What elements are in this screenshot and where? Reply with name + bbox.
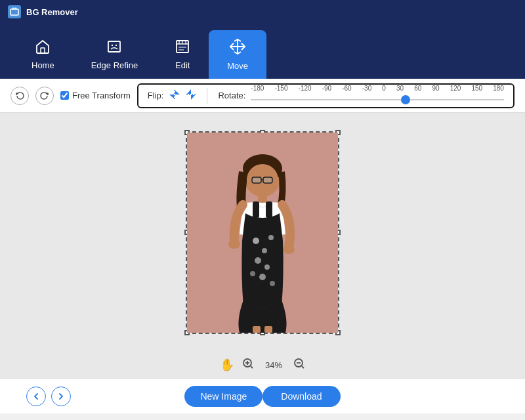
app-title: BG Remover xyxy=(26,7,78,17)
navbar: Home Edge Refine Edit xyxy=(0,24,525,79)
svg-point-16 xyxy=(262,248,267,253)
rotate-track xyxy=(251,99,504,100)
svg-rect-1 xyxy=(41,48,45,53)
new-image-button[interactable]: New Image xyxy=(184,386,262,407)
rotate-thumb[interactable] xyxy=(401,95,410,104)
svg-point-22 xyxy=(270,281,275,286)
free-transform-check[interactable]: Free Transform xyxy=(60,91,131,100)
nav-arrows xyxy=(26,387,71,406)
home-icon xyxy=(35,39,51,58)
flip-vertical-button[interactable] xyxy=(186,89,196,103)
flip-label: Flip: xyxy=(148,91,164,100)
svg-point-21 xyxy=(250,271,255,276)
svg-rect-24 xyxy=(264,326,272,333)
bottom-bar-wrapper: New Image Download xyxy=(13,386,512,407)
zoom-in-button[interactable] xyxy=(242,358,254,373)
svg-rect-7 xyxy=(252,177,261,183)
svg-point-19 xyxy=(264,264,270,270)
zoom-out-button[interactable] xyxy=(293,358,305,373)
nav-home-label: Home xyxy=(32,60,54,70)
flip-section: Flip: xyxy=(148,89,197,103)
pan-icon[interactable]: ✋ xyxy=(220,358,234,372)
flip-horizontal-button[interactable] xyxy=(169,89,180,102)
svg-point-15 xyxy=(253,238,259,244)
undo-button[interactable] xyxy=(10,87,29,105)
download-button[interactable]: Download xyxy=(262,386,340,407)
svg-rect-8 xyxy=(263,177,272,183)
svg-point-17 xyxy=(268,235,274,240)
bottom-bar: New Image Download xyxy=(0,378,525,413)
flip-rotate-divider xyxy=(207,88,207,104)
rotate-section: Rotate: -180 -150 -120 -90 -60 -30 0 30 … xyxy=(218,85,504,106)
svg-rect-2 xyxy=(108,41,120,52)
free-transform-label: Free Transform xyxy=(72,91,131,100)
svg-point-11 xyxy=(228,240,240,249)
rotate-label: Rotate: xyxy=(218,91,245,100)
svg-rect-13 xyxy=(253,201,259,218)
nav-edit[interactable]: Edit xyxy=(156,30,209,79)
app-icon xyxy=(8,5,21,18)
rotate-scale: -180 -150 -120 -90 -60 -30 0 30 60 90 12… xyxy=(251,85,504,106)
move-icon xyxy=(229,39,246,58)
svg-rect-23 xyxy=(253,326,261,333)
nav-move-label: Move xyxy=(227,61,248,71)
back-button[interactable] xyxy=(26,387,46,406)
zoom-level: 34% xyxy=(262,360,285,370)
canvas-area xyxy=(0,113,525,352)
nav-edge-refine-label: Edge Refine xyxy=(91,60,138,70)
portrait-image xyxy=(187,133,338,333)
nav-move[interactable]: Move xyxy=(209,30,266,79)
svg-rect-14 xyxy=(266,201,272,218)
image-container[interactable] xyxy=(186,131,339,334)
title-bar: BG Remover xyxy=(0,0,525,24)
transform-panel: Flip: Rotate: -180 xyxy=(137,83,514,108)
toolbar: Free Transform Flip: Rotate: xyxy=(0,79,525,113)
svg-rect-0 xyxy=(10,9,18,15)
redo-button[interactable] xyxy=(35,87,54,105)
nav-home[interactable]: Home xyxy=(13,30,73,79)
free-transform-checkbox[interactable] xyxy=(60,91,69,100)
zoom-bar: ✋ 34% xyxy=(0,352,525,378)
rotate-tick-labels: -180 -150 -120 -90 -60 -30 0 30 60 90 12… xyxy=(251,85,504,92)
edge-refine-icon xyxy=(106,39,122,58)
rotate-slider[interactable] xyxy=(251,93,504,106)
nav-edit-label: Edit xyxy=(175,60,190,70)
nav-edge-refine[interactable]: Edge Refine xyxy=(73,30,157,79)
svg-point-18 xyxy=(255,257,261,264)
edit-icon xyxy=(175,39,190,58)
svg-point-20 xyxy=(259,274,266,280)
svg-point-12 xyxy=(283,245,295,254)
forward-button[interactable] xyxy=(51,387,71,406)
